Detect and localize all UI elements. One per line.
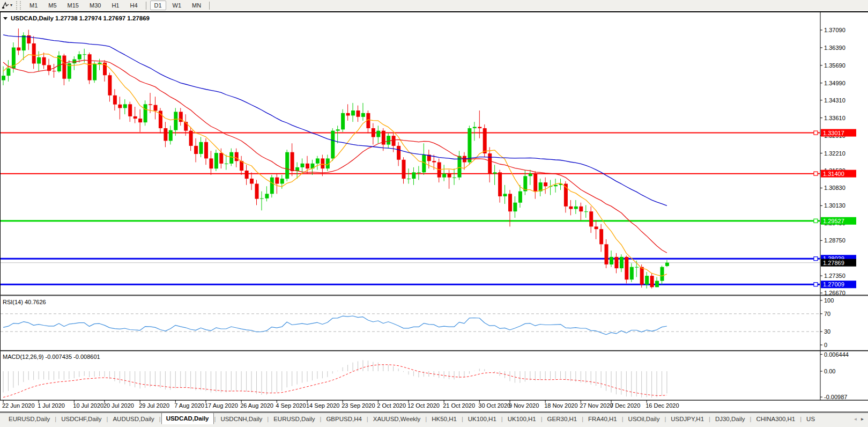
timeframe-button-W1[interactable]: W1 bbox=[168, 1, 186, 10]
toolbar-drag-grip[interactable] bbox=[16, 1, 21, 10]
tab-scroll-arrows: ◄ ► bbox=[848, 414, 868, 425]
crosshair-tool-glyph bbox=[2, 2, 9, 9]
timeframe-button-M1[interactable]: M1 bbox=[25, 1, 42, 10]
level-handle-1.28029 bbox=[814, 257, 818, 261]
tab-CHINA300-H1[interactable]: CHINA300,H1 bbox=[752, 414, 799, 424]
price-tick-label: 1.34990 bbox=[824, 80, 845, 86]
level-handle-1.29527 bbox=[814, 219, 818, 223]
time-tick-label: 12 Oct 2020 bbox=[407, 402, 440, 409]
bottom-strip bbox=[0, 425, 868, 427]
tab-separator: | bbox=[159, 416, 161, 422]
time-tick-label: 22 Jun 2020 bbox=[2, 402, 35, 409]
price-tick-label: 1.37090 bbox=[824, 27, 845, 33]
chart-canvas[interactable]: 1.370901.363901.356901.349901.343101.336… bbox=[0, 12, 868, 413]
tab-USOil-Daily[interactable]: USOil,Daily bbox=[624, 414, 664, 424]
level-handle-1.31400 bbox=[814, 172, 818, 175]
price-tick-label: 1.34310 bbox=[824, 97, 845, 104]
chart-title-ohlc: USDCAD,Daily 1.27738 1.27974 1.27697 1.2… bbox=[11, 15, 150, 21]
level-handle-1.33017 bbox=[814, 131, 818, 135]
tool-dropdown-caret-icon[interactable]: ▾ bbox=[10, 0, 12, 11]
rsi-tick-label: 100 bbox=[824, 297, 834, 304]
price-tick-label: 1.28750 bbox=[824, 237, 845, 244]
timeframe-button-H1[interactable]: H1 bbox=[107, 1, 123, 10]
price-tick-label: 1.27350 bbox=[824, 273, 845, 279]
rsi-tick-label: 30 bbox=[824, 328, 830, 335]
tab-AUDUSD-Daily[interactable]: AUDUSD,Daily bbox=[108, 414, 158, 424]
time-tick-label: 17 Aug 2020 bbox=[205, 402, 238, 409]
crosshair-tool-icon[interactable] bbox=[1, 1, 10, 10]
price-marker-label: 1.33017 bbox=[823, 130, 844, 136]
price-marker-label: 1.31400 bbox=[823, 171, 844, 177]
rsi-label: RSI(14) 40.7626 bbox=[3, 299, 46, 305]
tab-DJ30-Daily[interactable]: DJ30,Daily bbox=[711, 414, 750, 424]
timeframe-button-MN[interactable]: MN bbox=[188, 1, 205, 10]
time-tick-label: 16 Dec 2020 bbox=[646, 402, 679, 409]
chart-toolbar: ▾ M1M5M15M30H1H4D1W1MN bbox=[0, 0, 868, 11]
tab-EURUSD-Daily[interactable]: EURUSD,Daily bbox=[4, 414, 54, 424]
price-tick-label: 1.30830 bbox=[824, 185, 845, 191]
time-tick-label: 10 Jul 2020 bbox=[73, 402, 103, 409]
price-tick-label: 1.33610 bbox=[824, 115, 845, 121]
rsi-tick-label: 0 bbox=[824, 342, 827, 348]
price-tick-label: 1.32210 bbox=[824, 150, 845, 157]
rsi-tick-label: 70 bbox=[824, 311, 830, 317]
time-tick-label: 30 Oct 2020 bbox=[478, 402, 510, 409]
chart-tabs: EURUSD,Daily|USDCHF,Daily|AUDUSD,Daily|U… bbox=[0, 413, 868, 425]
time-tick-label: 14 Sep 2020 bbox=[306, 402, 339, 409]
tab-USDCAD-Daily[interactable]: USDCAD,Daily bbox=[161, 413, 214, 424]
tab-UK100-H1[interactable]: UK100,H1 bbox=[464, 414, 501, 424]
time-tick-label: 26 Aug 2020 bbox=[240, 402, 273, 409]
tab-HK50-H1[interactable]: HK50,H1 bbox=[427, 414, 461, 424]
tab-USDCNH-Daily[interactable]: USDCNH,Daily bbox=[216, 414, 266, 424]
price-tick-label: 1.30130 bbox=[824, 202, 845, 209]
price-marker-label: 1.27009 bbox=[823, 281, 844, 288]
timeframe-button-D1[interactable]: D1 bbox=[150, 1, 166, 10]
toolbar-separator bbox=[146, 2, 146, 10]
price-tick-label: 1.26670 bbox=[824, 290, 845, 296]
tab-USDCHF-Daily[interactable]: USDCHF,Daily bbox=[57, 414, 106, 424]
time-tick-label: 21 Oct 2020 bbox=[443, 402, 475, 409]
tab-USDJPY-H1[interactable]: USDJPY,H1 bbox=[666, 414, 708, 424]
chart-background bbox=[0, 12, 868, 413]
price-marker-label: 1.29527 bbox=[823, 218, 844, 224]
tab-XAUUSD-Weekly[interactable]: XAUUSD,Weekly bbox=[369, 414, 425, 424]
time-tick-label: 9 Nov 2020 bbox=[509, 402, 539, 409]
tab-EURUSD-Daily[interactable]: EURUSD,Daily bbox=[269, 414, 319, 424]
time-tick-label: 7 Aug 2020 bbox=[174, 402, 204, 409]
time-tick-label: 27 Nov 2020 bbox=[580, 402, 613, 409]
timeframe-buttons: M1M5M15M30H1H4D1W1MN bbox=[24, 1, 212, 10]
macd-tick-label: 0.006444 bbox=[824, 351, 849, 358]
timeframe-button-M30[interactable]: M30 bbox=[85, 1, 105, 10]
time-tick-label: 7 Dec 2020 bbox=[610, 402, 640, 409]
tab-FRA40-H1[interactable]: FRA40,H1 bbox=[584, 414, 621, 424]
time-tick-label: 29 Jul 2020 bbox=[139, 402, 169, 409]
price-tick-label: 1.35690 bbox=[824, 62, 845, 69]
macd-tick-label: -0.00987 bbox=[824, 394, 847, 400]
price-tick-label: 1.36390 bbox=[824, 45, 845, 51]
chart-tab-bar: EURUSD,Daily|USDCHF,Daily|AUDUSD,Daily|U… bbox=[0, 413, 868, 425]
timeframe-button-M5[interactable]: M5 bbox=[44, 1, 61, 10]
level-handle-1.27009 bbox=[814, 283, 818, 286]
tab-scroll-left-icon[interactable]: ◄ bbox=[852, 417, 859, 422]
macd-label: MACD(12,26,9) -0.007435 -0.008601 bbox=[3, 354, 100, 360]
macd-tick-label: 0.00 bbox=[824, 368, 835, 374]
tab-scroll-right-icon[interactable]: ► bbox=[859, 417, 866, 422]
mt4-window: ▾ M1M5M15M30H1H4D1W1MN 1.370901.363901.3… bbox=[0, 0, 868, 427]
time-tick-label: 4 Sep 2020 bbox=[276, 402, 306, 409]
timeframe-button-M15[interactable]: M15 bbox=[63, 1, 83, 10]
tab-US[interactable]: US bbox=[802, 414, 819, 424]
time-tick-label: 18 Nov 2020 bbox=[544, 402, 577, 409]
timeframe-button-H4[interactable]: H4 bbox=[125, 1, 142, 10]
tab-GBPUSD-H4[interactable]: GBPUSD,H4 bbox=[322, 414, 366, 424]
time-tick-label: 20 Jul 2020 bbox=[103, 402, 134, 409]
price-marker-label: 1.27869 bbox=[823, 260, 844, 266]
toolbar-separator bbox=[209, 2, 210, 10]
time-tick-label: 2 Oct 2020 bbox=[377, 402, 406, 409]
time-tick-label: 1 Jul 2020 bbox=[38, 402, 65, 409]
tab-GER30-H1[interactable]: GER30,H1 bbox=[543, 414, 582, 424]
time-tick-label: 23 Sep 2020 bbox=[342, 402, 375, 409]
tab-UK100-H1[interactable]: UK100,H1 bbox=[503, 414, 540, 424]
